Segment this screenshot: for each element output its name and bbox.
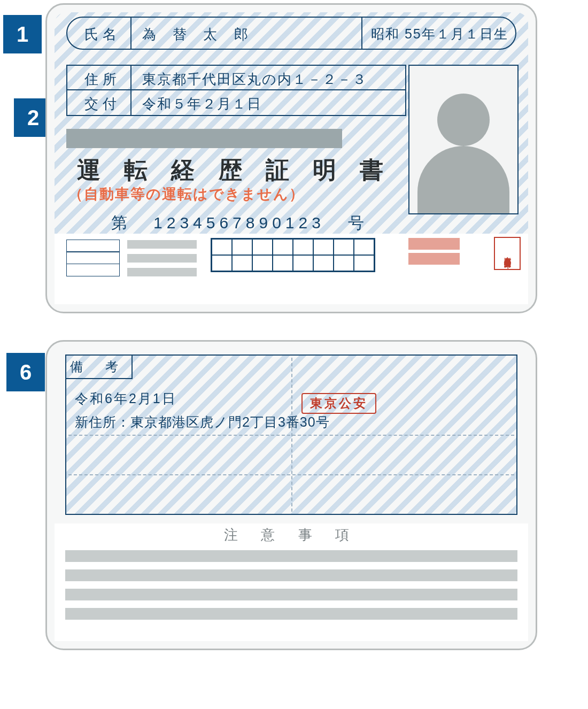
remarks-label: 備 考: [66, 356, 133, 379]
name-label: 氏名: [84, 25, 121, 44]
avatar-body-icon: [417, 146, 509, 214]
certificate-number: 第 1234567890123 号: [111, 212, 367, 234]
issue-value: 令和５年２月１日: [142, 95, 262, 113]
category-grid: [211, 238, 375, 272]
remark-date: 令和6年2月1日: [75, 390, 177, 407]
address-label: 住所: [84, 70, 121, 89]
small-table: [66, 240, 120, 276]
title-bar: [66, 129, 342, 148]
number-suffix: 号: [348, 214, 367, 232]
document-title: 運 転 経 歴 証 明 書: [77, 155, 392, 186]
callout-1: 1: [3, 15, 42, 53]
issue-label: 交付: [84, 95, 121, 113]
name-row: 氏名 為 替 太 郎 昭和 55年１月１日生: [66, 17, 516, 50]
remark-address: 新住所：東京都港区虎ノ門2丁目3番30号: [75, 413, 330, 431]
number-value: 1234567890123: [153, 214, 325, 232]
document-subtitle: （自動車等の運転はできません）: [68, 184, 305, 204]
number-prefix: 第: [111, 214, 130, 232]
avatar-head-icon: [437, 94, 490, 146]
name-value: 為 替 太 郎: [142, 25, 254, 44]
issuer-stamp: 東京都公安委員会印: [494, 237, 521, 270]
driving-history-card-back: 備 考 令和6年2月1日 新住所：東京都港区虎ノ門2丁目3番30号 東京公安 注…: [45, 340, 537, 650]
category-bars: [408, 238, 460, 268]
notice-lines: [65, 550, 517, 627]
callout-6: 6: [6, 353, 45, 391]
address-value: 東京都千代田区丸の内１－２－３: [142, 70, 367, 89]
notice-title: 注 意 事 項: [47, 526, 536, 544]
remarks-frame: 備 考 令和6年2月1日 新住所：東京都港区虎ノ門2丁目3番30号 東京公安: [65, 354, 517, 515]
issue-row: 交付 令和５年２月１日: [66, 90, 406, 116]
photo-placeholder: [408, 65, 519, 214]
grey-bars: [127, 240, 197, 282]
driving-history-card-front: 氏名 為 替 太 郎 昭和 55年１月１日生 住所 東京都千代田区丸の内１－２－…: [45, 3, 537, 313]
authority-stamp: 東京公安: [301, 393, 376, 414]
dob-value: 昭和 55年１月１日生: [371, 25, 508, 43]
address-row: 住所 東京都千代田区丸の内１－２－３: [66, 65, 406, 90]
